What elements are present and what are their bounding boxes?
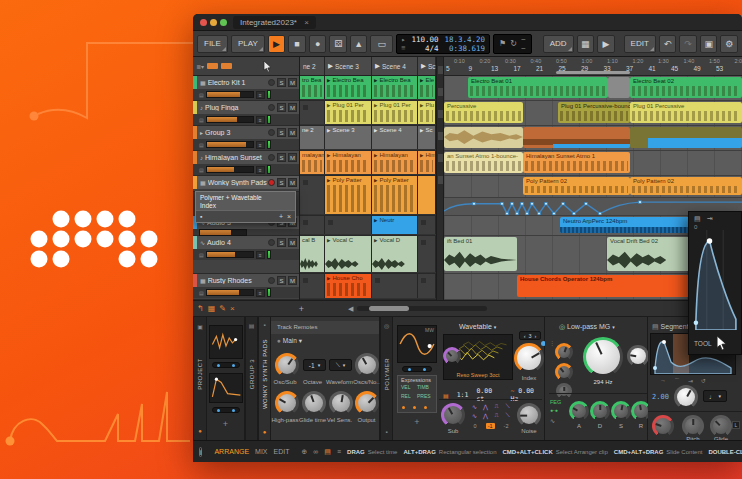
- launcher-clip[interactable]: ▶Plug 01 Per: [325, 101, 372, 124]
- record-arm-button[interactable]: [268, 154, 275, 161]
- pointer-tool-icon[interactable]: [263, 60, 272, 72]
- arranger-clip[interactable]: [608, 77, 630, 98]
- resonance-knob[interactable]: [627, 345, 649, 367]
- volume-fader[interactable]: [206, 91, 254, 98]
- arranger-toggle-icon[interactable]: [221, 63, 232, 69]
- expr-rel[interactable]: REL: [401, 393, 417, 399]
- file-menu-button[interactable]: FILE: [197, 35, 228, 53]
- mod-amount-slider[interactable]: [212, 407, 240, 413]
- arranger-clip[interactable]: Electro Beat 01: [468, 77, 608, 98]
- launcher-clip[interactable]: ▶Poly Patter: [325, 176, 372, 214]
- remote-knob-output[interactable]: [355, 391, 379, 415]
- pitch-knob[interactable]: [682, 415, 704, 437]
- browser-folder-icon[interactable]: ▤: [694, 215, 701, 223]
- group-summary-clip[interactable]: [523, 127, 630, 148]
- expr-pres[interactable]: PRES: [417, 393, 433, 399]
- empty-clip-slot[interactable]: [372, 274, 418, 298]
- mute-button[interactable]: M: [288, 276, 297, 285]
- record-arm-button[interactable]: [268, 129, 275, 136]
- decay-knob[interactable]: [590, 401, 610, 421]
- stop-button[interactable]: ■: [288, 35, 306, 53]
- plugin-icon[interactable]: ⇥: [707, 215, 713, 223]
- track-row[interactable]: ♪Plug FingaSM ▤≡: [193, 101, 299, 126]
- info-icon[interactable]: i: [199, 447, 202, 457]
- scene-header[interactable]: ne 2: [300, 57, 325, 75]
- launcher-clip[interactable]: ▶Vocal C: [325, 236, 372, 272]
- clip-color-icon[interactable]: ▤: [324, 448, 331, 456]
- follow-playhead-icon[interactable]: ▶: [597, 35, 615, 53]
- solo-button[interactable]: S: [277, 178, 286, 187]
- volume-fader[interactable]: [206, 166, 254, 173]
- arranger-clip[interactable]: an Sunset Atmo 1-bounce-: [444, 152, 523, 173]
- group-track-row[interactable]: ▸Group 3SM ▤≡: [193, 126, 299, 151]
- mute-button[interactable]: M: [288, 178, 297, 187]
- keytrack-icon[interactable]: ▤: [443, 392, 449, 399]
- add-modulator-button[interactable]: +: [207, 419, 244, 429]
- add-track-button[interactable]: ADD: [543, 35, 574, 53]
- volume-fader[interactable]: [206, 251, 254, 258]
- close-tab-icon[interactable]: ×: [304, 18, 309, 27]
- remote-waveform-dropdown[interactable]: ⟍▾: [329, 359, 352, 371]
- solo-button[interactable]: S: [277, 103, 286, 112]
- launcher-clip[interactable]: ▶Plu: [418, 101, 436, 124]
- song-time[interactable]: 0:38.619: [444, 44, 485, 53]
- mixer-icon[interactable]: ≡: [337, 448, 341, 455]
- track-row-selected[interactable]: ▦Wonky Synth PadsSM: [193, 176, 299, 192]
- cutoff-value[interactable]: 294 Hz: [583, 379, 623, 385]
- undo-icon[interactable]: ↶: [659, 35, 677, 53]
- mw-slider[interactable]: [402, 366, 432, 372]
- launcher-clip[interactable]: ▶Poly Patter: [372, 176, 418, 214]
- group-summary-clip[interactable]: [444, 127, 523, 148]
- filter-title[interactable]: ◎ Low-pass MG ▾: [559, 323, 615, 331]
- solo-button[interactable]: S: [277, 128, 286, 137]
- grid-icon[interactable]: ▦: [208, 304, 216, 313]
- tab-project[interactable]: ▣ PROJECT ●: [193, 317, 207, 440]
- solo-button[interactable]: S: [277, 238, 286, 247]
- track-row[interactable]: ▦Rusty RhodesSM ▤≡: [193, 274, 299, 300]
- solo-button[interactable]: S: [277, 153, 286, 162]
- freq-value[interactable]: ~ 0.00 Hz: [510, 387, 544, 403]
- arranger-clip[interactable]: Poly Pattern 02: [630, 177, 742, 195]
- scene-header[interactable]: ▶Scene 3: [325, 57, 372, 75]
- record-arm-button[interactable]: [268, 277, 275, 284]
- launcher-clip[interactable]: ▶Neutr: [372, 216, 418, 234]
- record-arm-button[interactable]: [268, 179, 275, 186]
- punch-icon[interactable]: ⚑: [499, 39, 506, 48]
- glide-knob[interactable]: [710, 415, 732, 437]
- popup-close-button[interactable]: ×: [287, 213, 291, 220]
- launcher-clip[interactable]: ▶Plug 01 Per: [372, 101, 418, 124]
- empty-clip-slot[interactable]: [418, 216, 436, 234]
- launcher-clip[interactable]: ▶Him: [418, 151, 436, 174]
- launcher-clip[interactable]: ▶Himalayan: [325, 151, 372, 174]
- group-scene-cell[interactable]: ▶Scene 4: [372, 126, 418, 149]
- view-edit[interactable]: EDIT: [274, 448, 290, 455]
- launcher-clip[interactable]: ▶Ele: [418, 76, 436, 99]
- play-menu-button[interactable]: PLAY: [231, 35, 265, 53]
- record-arm-button[interactable]: [268, 79, 275, 86]
- launcher-clip[interactable]: ▶Electro Bea: [325, 76, 372, 99]
- panel-divider[interactable]: [436, 57, 444, 300]
- launcher-clip[interactable]: malayan: [300, 151, 325, 174]
- add-track-plus-button[interactable]: +: [299, 304, 304, 314]
- group-summary-clip[interactable]: [630, 127, 742, 148]
- view-mix[interactable]: MIX: [255, 448, 267, 455]
- tab-group-3[interactable]: ▤ GROUP 3: [245, 317, 258, 440]
- envelope-modulator-display[interactable]: [209, 373, 243, 403]
- io-panel-icon[interactable]: ▭: [370, 35, 393, 53]
- volume-fader[interactable]: [206, 116, 254, 123]
- draw-tool-icon[interactable]: ✎: [219, 304, 226, 313]
- project-tab[interactable]: Integrated2023* ×: [233, 16, 316, 29]
- expressions-box[interactable]: Expressions VEL TIMB REL PRES: [397, 375, 437, 413]
- mute-button[interactable]: M: [288, 238, 297, 247]
- edit-menu-button[interactable]: EDIT: [624, 35, 656, 53]
- maximize-window-button[interactable]: [220, 19, 227, 26]
- empty-clip-slot[interactable]: [300, 176, 325, 214]
- volume-fader[interactable]: [206, 141, 254, 148]
- empty-clip-slot[interactable]: [418, 274, 436, 298]
- erase-tool-icon[interactable]: ×: [230, 304, 235, 313]
- volume-fader[interactable]: [206, 289, 254, 296]
- arranger-clip[interactable]: Plug 01 Percussive: [630, 102, 742, 123]
- shuffle-icon[interactable]: ⚄: [329, 35, 347, 53]
- feg-label[interactable]: FEG: [550, 399, 561, 405]
- launcher-clip[interactable]: ▶House Cho: [325, 274, 372, 298]
